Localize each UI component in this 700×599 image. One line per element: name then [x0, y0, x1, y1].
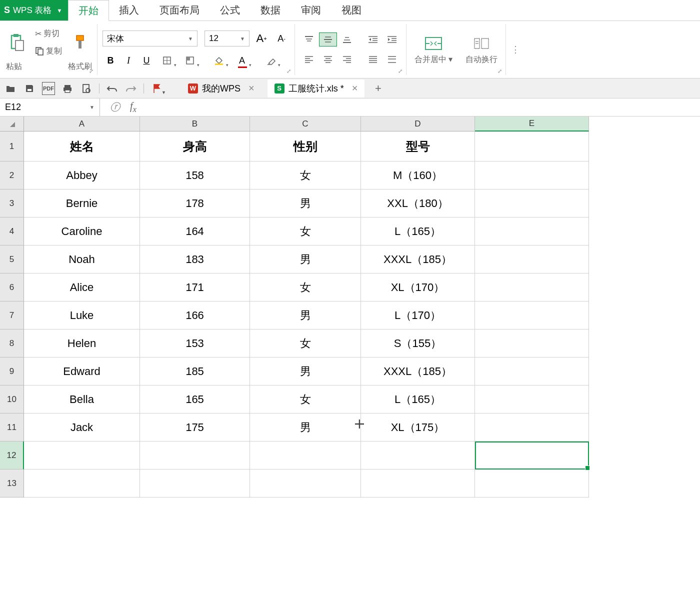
cell[interactable]: XL（175）	[361, 414, 475, 442]
cell[interactable]: 175	[140, 414, 250, 442]
cell[interactable]: Bella	[24, 386, 140, 414]
app-dropdown-icon[interactable]: ▼	[56, 8, 62, 14]
row-header[interactable]: 7	[0, 302, 24, 330]
row-header[interactable]: 5	[0, 246, 24, 274]
align-center-button[interactable]	[319, 52, 337, 66]
col-header-C[interactable]: C	[250, 116, 361, 132]
cell[interactable]	[140, 470, 250, 498]
cell[interactable]	[475, 132, 589, 162]
cell[interactable]	[475, 162, 589, 190]
cell[interactable]	[140, 442, 250, 470]
align-expand-icon[interactable]: ⤢	[398, 68, 405, 75]
preview-button[interactable]	[80, 82, 93, 95]
wrap-text-button[interactable]: 自动换行	[462, 32, 500, 67]
cell[interactable]	[361, 442, 475, 470]
cell[interactable]	[24, 470, 140, 498]
cell[interactable]: Edward	[24, 358, 140, 386]
decrease-font-button[interactable]: A-	[274, 30, 290, 46]
increase-font-button[interactable]: A+	[254, 30, 270, 46]
cell[interactable]: 男	[250, 302, 361, 330]
align-left-button[interactable]	[300, 52, 318, 66]
cell[interactable]: L（170）	[361, 302, 475, 330]
cell[interactable]: 男	[250, 414, 361, 442]
row-header[interactable]: 3	[0, 190, 24, 218]
open-button[interactable]	[4, 82, 17, 95]
col-header-D[interactable]: D	[361, 116, 475, 132]
doc-tab-file[interactable]: S 工服统计.xls * ×	[268, 80, 365, 98]
row-header[interactable]: 11	[0, 414, 24, 442]
cut-button[interactable]: ✂ 剪切	[33, 28, 64, 40]
row-header[interactable]: 8	[0, 330, 24, 358]
paste-button[interactable]	[5, 32, 29, 54]
borders-button[interactable]	[156, 52, 178, 68]
format-painter-button[interactable]	[68, 32, 92, 54]
cell[interactable]	[475, 302, 589, 330]
pdf-button[interactable]: PDF	[42, 82, 55, 95]
cell-style-button[interactable]	[180, 52, 200, 68]
save-button[interactable]	[23, 82, 36, 95]
cell[interactable]: 185	[140, 358, 250, 386]
cell[interactable]: 女	[250, 386, 361, 414]
menu-tab-formula[interactable]: 公式	[210, 0, 250, 20]
cell[interactable]	[475, 414, 589, 442]
cell[interactable]: XXXL（185）	[361, 246, 475, 274]
print-button[interactable]	[61, 82, 74, 95]
cell[interactable]: 性别	[250, 132, 361, 162]
cell[interactable]	[361, 470, 475, 498]
cell[interactable]: 女	[250, 330, 361, 358]
fx-search-icon[interactable]: ⓡ	[110, 100, 120, 114]
cell[interactable]: L（165）	[361, 218, 475, 246]
paste-label[interactable]: 粘贴	[6, 62, 22, 72]
redo-button[interactable]	[124, 82, 138, 95]
cell[interactable]	[250, 470, 361, 498]
fx-label[interactable]: fx	[130, 100, 136, 114]
cell[interactable]: XXXL（185）	[361, 358, 475, 386]
row-header[interactable]: 2	[0, 162, 24, 190]
cell[interactable]: 型号	[361, 132, 475, 162]
row-header[interactable]: 6	[0, 274, 24, 302]
align-top-button[interactable]	[300, 32, 318, 46]
fill-color-button[interactable]	[208, 52, 230, 68]
cell[interactable]: 姓名	[24, 132, 140, 162]
menu-tab-home[interactable]: 开始	[68, 0, 109, 21]
font-name-combo[interactable]: 宋体▼	[102, 30, 198, 46]
close-icon[interactable]: ×	[248, 82, 254, 94]
merge-center-button[interactable]: 合并居中 ▾	[412, 32, 456, 67]
cell[interactable]: XL（170）	[361, 274, 475, 302]
col-header-E[interactable]: E	[475, 116, 589, 132]
distribute-button[interactable]	[383, 52, 401, 66]
cell[interactable]: 身高	[140, 132, 250, 162]
menu-tab-data[interactable]: 数据	[250, 0, 291, 20]
row-header[interactable]: 10	[0, 386, 24, 414]
cell[interactable]: Noah	[24, 246, 140, 274]
cell[interactable]: 男	[250, 246, 361, 274]
row-header[interactable]: 4	[0, 218, 24, 246]
align-bottom-button[interactable]	[338, 32, 356, 46]
cell[interactable]	[475, 330, 589, 358]
clipboard-expand-icon[interactable]: ⤢	[89, 68, 96, 75]
cell[interactable]: Luke	[24, 302, 140, 330]
row-header[interactable]: 13	[0, 470, 24, 498]
cell[interactable]: S（155）	[361, 330, 475, 358]
cell[interactable]: 158	[140, 162, 250, 190]
cell[interactable]: 178	[140, 190, 250, 218]
cell[interactable]	[24, 442, 140, 470]
bold-button[interactable]: B	[102, 52, 118, 68]
menu-tab-insert[interactable]: 插入	[109, 0, 150, 20]
cell[interactable]	[475, 358, 589, 386]
col-header-B[interactable]: B	[140, 116, 250, 132]
font-color-button[interactable]: A	[232, 52, 252, 68]
cell[interactable]: 166	[140, 302, 250, 330]
cell[interactable]	[475, 274, 589, 302]
doc-tab-wps[interactable]: W 我的WPS ×	[181, 80, 262, 98]
cell[interactable]: 164	[140, 218, 250, 246]
italic-button[interactable]: I	[120, 52, 136, 68]
cell[interactable]	[475, 386, 589, 414]
cell[interactable]: Helen	[24, 330, 140, 358]
close-icon[interactable]: ×	[352, 82, 358, 94]
row-header[interactable]: 12	[0, 442, 24, 470]
underline-button[interactable]: U	[138, 52, 154, 68]
cell[interactable]: L（165）	[361, 386, 475, 414]
align-right-button[interactable]	[338, 52, 356, 66]
cell[interactable]: 171	[140, 274, 250, 302]
